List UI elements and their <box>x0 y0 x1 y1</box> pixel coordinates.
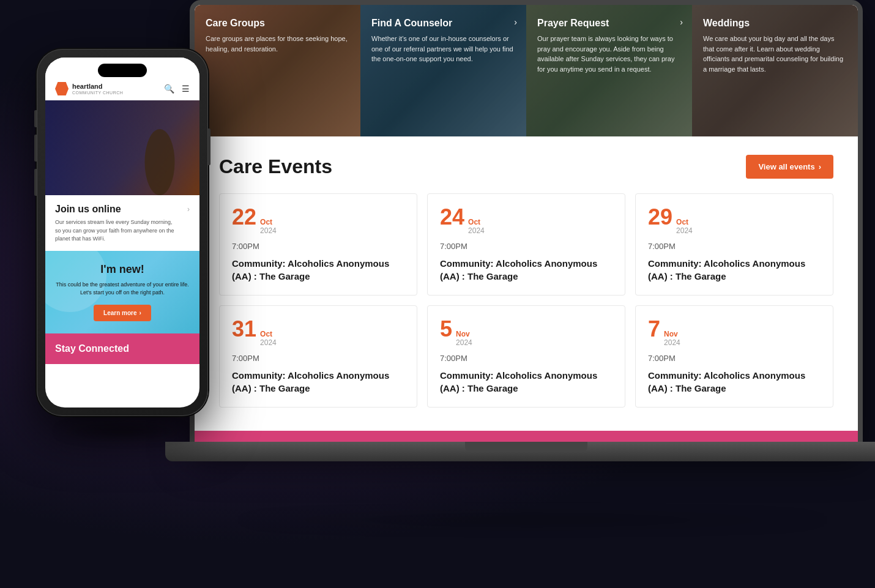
event-card[interactable]: 7 Nov 2024 7:00PM Community: Alcoholics … <box>635 305 833 408</box>
event-month: Oct <box>260 330 277 338</box>
event-day: 5 <box>440 318 452 340</box>
event-date-row: 7 Nov 2024 <box>648 318 821 348</box>
event-time: 7:00PM <box>648 242 821 251</box>
event-year: 2024 <box>676 226 693 235</box>
phone-join-desc: Our services stream live every Sunday mo… <box>55 218 177 244</box>
care-card-2[interactable]: Find A Counselor Whether it's one of our… <box>360 5 526 136</box>
care-events-section: Care Events View all events › 22 Oct 202… <box>195 136 858 426</box>
care-card-3-content: Prayer Request Our prayer team is always… <box>537 17 681 74</box>
event-day: 31 <box>232 318 256 340</box>
phone-screen: heartland community church 🔍 ☰ Join us o… <box>45 58 199 408</box>
event-time: 7:00PM <box>232 242 404 251</box>
care-cards-row: Care Groups Care groups are places for t… <box>195 5 858 136</box>
event-name: Community: Alcoholics Anonymous (AA) : T… <box>648 369 821 395</box>
care-card-2-desc: Whether it's one of our in-house counsel… <box>371 34 515 64</box>
phone-new-title: I'm new! <box>55 263 190 276</box>
phone-join-content: Join us online Our services stream live … <box>55 204 177 244</box>
event-month: Nov <box>664 330 680 338</box>
phone-new-desc: This could be the greatest adventure of … <box>55 281 190 297</box>
event-year: 2024 <box>260 226 277 235</box>
phone-hero-image <box>45 100 199 195</box>
events-grid: 22 Oct 2024 7:00PM Community: Alcoholics… <box>219 193 833 408</box>
event-time: 7:00PM <box>648 354 821 363</box>
care-card-1-content: Care Groups Care groups are places for t… <box>206 17 349 54</box>
care-card-3-desc: Our prayer team is always looking for wa… <box>537 34 681 74</box>
phone-volume-up-button <box>34 135 37 162</box>
event-date-row: 22 Oct 2024 <box>232 206 404 236</box>
care-card-2-title: Find A Counselor <box>371 17 515 29</box>
learn-more-label: Learn more <box>103 310 136 316</box>
event-day: 29 <box>648 206 672 228</box>
care-card-3-title: Prayer Request <box>537 17 681 29</box>
footer-pink-bar <box>195 431 858 442</box>
laptop-screen: Care Groups Care groups are places for t… <box>195 5 858 442</box>
event-date-row: 24 Oct 2024 <box>440 206 612 236</box>
phone-stay-section[interactable]: Stay Connected <box>45 333 199 364</box>
care-card-3[interactable]: Prayer Request Our prayer team is always… <box>526 5 692 136</box>
event-day: 22 <box>232 206 256 228</box>
event-year: 2024 <box>468 226 485 235</box>
event-name: Community: Alcoholics Anonymous (AA) : T… <box>440 257 612 283</box>
phone-power-button <box>208 128 210 165</box>
care-card-4-title: Weddings <box>703 17 847 29</box>
event-month-year: Oct 2024 <box>468 218 485 236</box>
event-name: Community: Alcoholics Anonymous (AA) : T… <box>232 369 404 395</box>
care-card-1-desc: Care groups are places for those seeking… <box>206 34 349 54</box>
event-month-year: Oct 2024 <box>676 218 693 236</box>
event-card[interactable]: 29 Oct 2024 7:00PM Community: Alcoholics… <box>635 193 833 296</box>
phone-logo-name: heartland <box>72 83 123 90</box>
phone-nav-icons: 🔍 ☰ <box>164 84 190 94</box>
phone-mute-button <box>34 110 37 127</box>
event-date-row: 31 Oct 2024 <box>232 318 404 348</box>
event-time: 7:00PM <box>232 354 404 363</box>
event-month: Oct <box>676 218 693 226</box>
care-card-4-content: Weddings We care about your big day and … <box>703 17 847 74</box>
event-name: Community: Alcoholics Anonymous (AA) : T… <box>232 257 404 283</box>
event-month: Oct <box>468 218 485 226</box>
phone-volume-down-button <box>34 169 37 196</box>
event-month: Nov <box>456 330 472 338</box>
phone-body: heartland community church 🔍 ☰ Join us o… <box>37 49 208 416</box>
view-all-events-button[interactable]: View all events › <box>746 155 833 179</box>
event-month-year: Oct 2024 <box>260 330 277 348</box>
laptop-base <box>165 442 875 461</box>
laptop-device: Care Groups Care groups are places for t… <box>190 0 875 520</box>
care-events-header: Care Events View all events › <box>219 155 833 179</box>
event-date-row: 5 Nov 2024 <box>440 318 612 348</box>
phone-new-section: I'm new! This could be the greatest adve… <box>45 251 199 333</box>
care-events-title: Care Events <box>219 155 332 178</box>
phone-join-section[interactable]: Join us online Our services stream live … <box>45 195 199 251</box>
event-name: Community: Alcoholics Anonymous (AA) : T… <box>648 257 821 283</box>
event-year: 2024 <box>260 338 277 347</box>
laptop-screen-bezel: Care Groups Care groups are places for t… <box>190 0 863 447</box>
event-time: 7:00PM <box>440 242 612 251</box>
care-card-3-arrow: › <box>680 17 683 27</box>
menu-icon[interactable]: ☰ <box>182 84 190 94</box>
learn-more-button[interactable]: Learn more › <box>94 305 151 321</box>
phone-join-arrow-icon: › <box>187 205 190 214</box>
event-card[interactable]: 24 Oct 2024 7:00PM Community: Alcoholics… <box>427 193 625 296</box>
view-all-arrow-icon: › <box>819 162 821 171</box>
phone-logo-text-group: heartland community church <box>72 83 123 94</box>
care-card-2-arrow: › <box>514 17 517 27</box>
care-card-4[interactable]: Weddings We care about your big day and … <box>692 5 858 136</box>
event-name: Community: Alcoholics Anonymous (AA) : T… <box>440 369 612 395</box>
event-card[interactable]: 22 Oct 2024 7:00PM Community: Alcoholics… <box>219 193 417 296</box>
event-year: 2024 <box>456 338 472 347</box>
phone-hero-overlay <box>45 100 199 195</box>
phone-logo: heartland community church <box>55 82 123 95</box>
event-month-year: Oct 2024 <box>260 218 277 236</box>
event-month: Oct <box>260 218 277 226</box>
event-day: 24 <box>440 206 464 228</box>
event-month-year: Nov 2024 <box>664 330 680 348</box>
search-icon[interactable]: 🔍 <box>164 84 174 94</box>
phone-device: heartland community church 🔍 ☰ Join us o… <box>37 49 208 428</box>
laptop-shadow <box>224 514 841 526</box>
phone-logo-sub: community church <box>72 91 123 95</box>
event-month-year: Nov 2024 <box>456 330 472 348</box>
phone-shadow <box>54 422 191 441</box>
event-card[interactable]: 31 Oct 2024 7:00PM Community: Alcoholics… <box>219 305 417 408</box>
event-card[interactable]: 5 Nov 2024 7:00PM Community: Alcoholics … <box>427 305 625 408</box>
event-date-row: 29 Oct 2024 <box>648 206 821 236</box>
care-card-1[interactable]: Care Groups Care groups are places for t… <box>195 5 360 136</box>
